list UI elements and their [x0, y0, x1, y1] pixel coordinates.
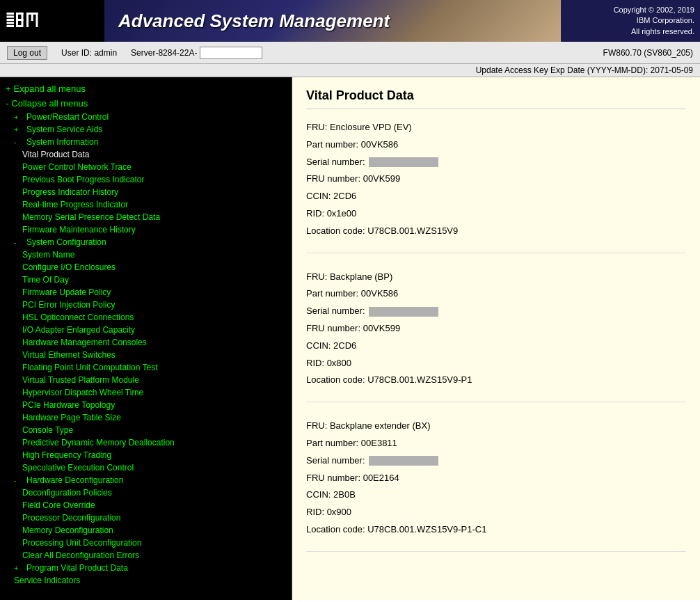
server-name-input[interactable] — [200, 47, 262, 59]
collapse-all-menus[interactable]: - Collapse all menus — [3, 96, 289, 111]
fru1-title: FRU: Enclosure VPD (EV) — [306, 120, 686, 135]
svg-rect-14 — [31, 15, 33, 21]
sidebar-item-predictive-dyn[interactable]: Predictive Dynamic Memory Deallocation — [3, 436, 289, 449]
main-content: + Expand all menus - Collapse all menus … — [0, 77, 700, 600]
sidebar-item-virtual-tpm[interactable]: Virtual Trusted Platform Module — [3, 374, 289, 386]
sidebar-item-configure-io[interactable]: Configure I/O Enclosures — [3, 261, 289, 274]
sidebar-item-firmware-update[interactable]: Firmware Update Policy — [3, 286, 289, 299]
header: Advanced System Management Copyright © 2… — [0, 0, 700, 42]
sidebar-item-high-freq[interactable]: High Frequency Trading — [3, 449, 289, 461]
app-title: Advanced System Management — [118, 10, 390, 32]
plus-icon: + — [6, 84, 11, 94]
logout-button[interactable]: Log out — [7, 46, 47, 60]
fru3-serial-number: Serial number: — [306, 454, 686, 468]
fru2-part-number: Part number: 00VK586 — [306, 287, 686, 301]
fru2-title: FRU: Backplane (BP) — [306, 270, 686, 285]
svg-rect-3 — [7, 22, 15, 24]
ibm-logo-icon — [6, 10, 47, 31]
sidebar-item-clear-all[interactable]: Clear All Deconfiguration Errors — [3, 549, 289, 562]
fru2-ccin: CCIN: 2CD6 — [306, 339, 686, 354]
toggle-icon: - — [14, 138, 22, 146]
fru3-title: FRU: Backplane extender (BX) — [306, 419, 686, 434]
content-area: Vital Product Data FRU: Enclosure VPD (E… — [292, 77, 700, 600]
page-title: Vital Product Data — [306, 88, 686, 109]
sidebar-item-power-control[interactable]: Power Control Network Trace — [3, 161, 289, 173]
sidebar-item-pci-error[interactable]: PCI Error Injection Policy — [3, 299, 289, 311]
sidebar-item-proc-deconfig[interactable]: Processor Deconfiguration — [3, 512, 289, 524]
access-key-bar: Update Access Key Exp Date (YYYY-MM-DD):… — [0, 64, 700, 77]
copyright-area: Copyright © 2002, 2019 IBM Corporation. … — [561, 0, 700, 42]
sidebar-item-vital-product[interactable]: Vital Product Data — [3, 148, 289, 161]
fru3-rid: RID: 0x900 — [306, 505, 686, 520]
svg-rect-8 — [16, 25, 24, 27]
sidebar-item-system-name[interactable]: System Name — [3, 248, 289, 261]
svg-rect-9 — [22, 13, 24, 19]
fru-block-1: FRU: Enclosure VPD (EV) Part number: 00V… — [306, 120, 686, 253]
sidebar-item-hw-deconfig[interactable]: - Hardware Deconfiguration — [3, 474, 289, 486]
sidebar-item-speculative[interactable]: Speculative Execution Control — [3, 461, 289, 474]
fru-block-3: FRU: Backplane extender (BX) Part number… — [306, 419, 686, 552]
sidebar-item-power-restart[interactable]: + Power/Restart Control — [3, 111, 289, 123]
sidebar: + Expand all menus - Collapse all menus … — [0, 77, 292, 600]
svg-rect-13 — [36, 13, 38, 27]
title-area: Advanced System Management — [104, 0, 561, 42]
svg-rect-10 — [22, 19, 24, 25]
logo-area — [0, 0, 104, 42]
sidebar-item-system-info[interactable]: - System Information — [3, 136, 289, 148]
sidebar-item-proc-unit[interactable]: Processing Unit Deconfiguration — [3, 537, 289, 549]
sidebar-item-program-vpd[interactable]: + Program Vital Product Data — [3, 562, 289, 574]
sidebar-item-prev-boot[interactable]: Previous Boot Progress Indicator — [3, 173, 289, 186]
toggle-icon: + — [14, 113, 22, 121]
sidebar-item-field-core[interactable]: Field Core Override — [3, 499, 289, 512]
svg-rect-11 — [26, 13, 29, 27]
fru3-location: Location code: U78CB.001.WZS15V9-P1-C1 — [306, 523, 686, 537]
svg-rect-4 — [7, 25, 15, 27]
sidebar-item-virtual-eth[interactable]: Virtual Ethernet Switches — [3, 349, 289, 361]
toggle-icon: - — [14, 238, 22, 246]
fru1-serial-number: Serial number: — [306, 155, 686, 170]
toggle-icon: - — [14, 476, 22, 484]
sidebar-item-firmware-maint[interactable]: Firmware Maintenance History — [3, 223, 289, 236]
sidebar-item-deconfig-pol[interactable]: Deconfiguration Policies — [3, 486, 289, 499]
sidebar-item-hsl-optic[interactable]: HSL Opticonnect Connections — [3, 311, 289, 324]
fw-info: FW860.70 (SV860_205) — [603, 48, 693, 58]
sidebar-item-system-config[interactable]: - System Configuration — [3, 236, 289, 248]
server-info: Server-8284-22A- — [131, 47, 262, 59]
sidebar-item-system-service[interactable]: + System Service Aids — [3, 123, 289, 136]
svg-rect-2 — [7, 19, 15, 21]
sidebar-item-hw-page[interactable]: Hardware Page Table Size — [3, 411, 289, 424]
sidebar-item-memory-serial[interactable]: Memory Serial Presence Detect Data — [3, 211, 289, 223]
toggle-icon: + — [14, 125, 22, 134]
sidebar-item-mem-deconfig[interactable]: Memory Deconfiguration — [3, 524, 289, 537]
fru2-rid: RID: 0x800 — [306, 356, 686, 371]
expand-all-menus[interactable]: + Expand all menus — [3, 81, 289, 96]
sidebar-item-hardware-mgmt[interactable]: Hardware Management Consoles — [3, 336, 289, 349]
sidebar-item-realtime-prog[interactable]: Real-time Progress Indicator — [3, 198, 289, 211]
fru1-ccin: CCIN: 2CD6 — [306, 189, 686, 204]
fru3-part-number: Part number: 00E3811 — [306, 436, 686, 451]
fru2-serial-number: Serial number: — [306, 304, 686, 319]
sidebar-item-progress-hist[interactable]: Progress Indicator History — [3, 186, 289, 198]
sidebar-item-hypervisor[interactable]: Hypervisor Dispatch Wheel Time — [3, 386, 289, 399]
fru1-fru-number: FRU number: 00VK599 — [306, 172, 686, 187]
serial-redacted-1 — [369, 157, 438, 167]
sidebar-item-pcie-topo[interactable]: PCIe Hardware Topology — [3, 399, 289, 411]
fru1-location: Location code: U78CB.001.WZS15V9 — [306, 224, 686, 239]
svg-rect-1 — [7, 16, 15, 18]
sidebar-item-service-ind[interactable]: Service Indicators — [3, 574, 289, 587]
sidebar-item-time-of-day[interactable]: Time Of Day — [3, 274, 289, 286]
user-info: User ID: admin — [61, 48, 117, 58]
server-prefix: Server-8284-22A- — [131, 48, 197, 58]
fru-block-2: FRU: Backplane (BP) Part number: 00VK586… — [306, 270, 686, 403]
access-key-text: Update Access Key Exp Date (YYYY-MM-DD):… — [476, 65, 693, 75]
minus-icon: - — [6, 98, 8, 109]
fru2-location: Location code: U78CB.001.WZS15V9-P1 — [306, 373, 686, 388]
copyright-text: Copyright © 2002, 2019 IBM Corporation. … — [614, 5, 694, 37]
serial-redacted-3 — [369, 456, 438, 466]
fru1-part-number: Part number: 00VK586 — [306, 138, 686, 152]
svg-rect-0 — [7, 13, 15, 15]
sidebar-item-io-adapter[interactable]: I/O Adapter Enlarged Capacity — [3, 324, 289, 336]
sidebar-item-console-type[interactable]: Console Type — [3, 424, 289, 436]
toggle-icon: + — [14, 564, 22, 572]
sidebar-item-floating-pt[interactable]: Floating Point Unit Computation Test — [3, 361, 289, 374]
